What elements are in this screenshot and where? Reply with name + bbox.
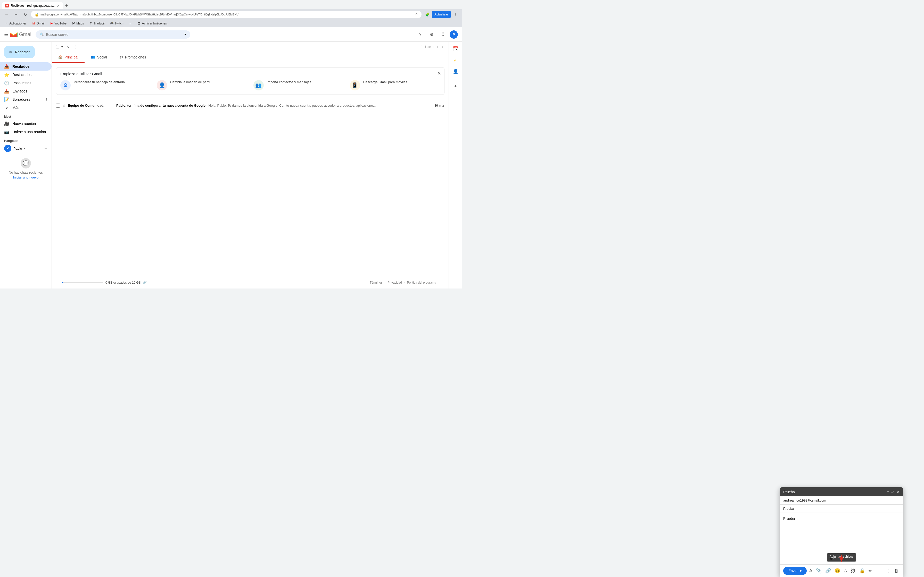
sidebar-label: Pospuestos <box>12 81 31 85</box>
bookmark-label: Gmail <box>36 22 44 25</box>
bookmark-label: Traducir <box>94 22 105 25</box>
privacy-link[interactable]: Privacidad <box>388 281 402 284</box>
toolbar: ▾ ↻ ⋮ 1–1 de 1 ‹ › <box>52 42 449 52</box>
sidebar-item-mas[interactable]: ∨ Más <box>0 103 52 112</box>
sidebar-item-destacados[interactable]: ⭐ Destacados <box>0 71 52 79</box>
sidebar-item-recibidos[interactable]: 📥 Recibidos <box>0 62 52 71</box>
hamburger-menu[interactable]: ☰ <box>4 32 8 37</box>
next-page-button[interactable]: › <box>441 44 444 50</box>
bookmark-label: YouTube <box>54 22 66 25</box>
storage-text: 0 GB ocupados de 15 GB <box>105 281 141 284</box>
promo-tab-icon: 🏷 <box>120 55 123 59</box>
sidebar-item-nueva-reunion[interactable]: 🎥 Nueva reunión <box>0 119 52 128</box>
search-options-icon[interactable]: ▾ <box>184 32 186 36</box>
compose-button[interactable]: ✏ Redactar <box>4 46 35 58</box>
extension-icon[interactable]: 🧩 <box>423 11 431 18</box>
pagination-text: 1–1 de 1 <box>421 45 434 49</box>
bookmark-twitch[interactable]: 🎮 Twitch <box>108 21 126 26</box>
apps-grid-icon[interactable]: ⠿ <box>438 30 447 39</box>
snooze-icon: 🕐 <box>4 81 9 85</box>
email-date: 30 mar <box>435 104 444 107</box>
sent-icon: 📤 <box>4 89 9 94</box>
star-icon[interactable]: ☆ <box>415 13 418 16</box>
forward-button[interactable]: → <box>12 11 19 18</box>
tab-favicon: M <box>5 4 9 8</box>
sidebar-label: Más <box>12 106 19 110</box>
email-list: ☆ Equipo de Comunidad. Pablo, termina de… <box>52 99 449 277</box>
social-tab-icon: 👥 <box>91 55 95 59</box>
sidebar-item-unirse-reunion[interactable]: 📷 Unirse a una reunión <box>0 128 52 136</box>
more-options-button[interactable]: ⋮ <box>72 44 78 50</box>
sidebar-label: Destacados <box>12 73 31 77</box>
address-bar[interactable]: 🔒 mail.google.com/mail/u/0/?tab=rm&ogbl#… <box>31 11 422 18</box>
terms-link[interactable]: Términos <box>370 281 383 284</box>
url-text: mail.google.com/mail/u/0/?tab=rm&ogbl#in… <box>40 13 414 16</box>
email-checkbox[interactable] <box>56 103 60 108</box>
svg-rect-0 <box>10 33 10 37</box>
bookmark-achicar[interactable]: 🖼 Achicar Imágenes... <box>135 21 171 26</box>
sidebar-item-pospuestos[interactable]: 🕐 Pospuestos <box>0 79 52 87</box>
video-icon: 🎥 <box>4 121 9 126</box>
lock-icon: 🔒 <box>34 12 39 16</box>
sidebar-item-enviados[interactable]: 📤 Enviados <box>0 87 52 95</box>
draft-icon: 📝 <box>4 97 9 102</box>
search-input[interactable] <box>46 32 182 37</box>
search-bar[interactable]: 🔍 ▾ <box>36 31 190 39</box>
sidebar-item-borradores[interactable]: 📝 Borradores 3 <box>0 95 52 103</box>
storage-bar <box>62 282 103 283</box>
tab-social[interactable]: 👥 Social <box>84 52 113 63</box>
help-icon[interactable]: ? <box>415 30 425 39</box>
bookmark-maps[interactable]: 🗺 Maps <box>69 21 86 26</box>
compose-label: Redactar <box>15 50 30 54</box>
menu-button[interactable]: ⋮ <box>452 11 459 18</box>
hangouts-empty-state: 💬 No hay chats recientes Iniciar uno nue… <box>0 153 52 184</box>
tasks-icon[interactable]: ✓ <box>451 55 461 65</box>
storage-info: 0 GB ocupados de 15 GB 🔗 <box>58 279 151 287</box>
tab-close-button[interactable]: ✕ <box>57 3 60 8</box>
contacts-icon[interactable]: 👤 <box>451 66 461 77</box>
chat-bubble-icon: 💬 <box>21 158 31 168</box>
bookmark-traducir[interactable]: T Traducir <box>87 21 107 26</box>
new-tab-button[interactable]: + <box>63 2 70 9</box>
sidebar-label: Nueva reunión <box>12 122 36 126</box>
nav-bar: ← → ↻ 🔒 mail.google.com/mail/u/0/?tab=rm… <box>0 9 462 19</box>
storage-fill <box>62 282 63 283</box>
settings-icon[interactable]: ⚙ <box>427 30 436 39</box>
star-button[interactable]: ☆ <box>62 103 66 108</box>
footer-links: Términos · Privacidad · Política del pro… <box>363 279 443 287</box>
active-tab[interactable]: M Recibidos - rodriguezgadeapa... ✕ <box>2 2 63 9</box>
getting-started-items: ⚙ Personaliza tu bandeja de entrada 👤 Ca… <box>60 80 440 90</box>
start-new-chat-link[interactable]: Iniciar uno nuevo <box>13 176 39 179</box>
bookmark-gmail[interactable]: M Gmail <box>30 21 47 26</box>
tab-promociones[interactable]: 🏷 Promociones <box>113 52 152 63</box>
reload-button[interactable]: ↻ <box>22 11 29 18</box>
refresh-button[interactable]: ↻ <box>66 44 71 50</box>
close-getting-started-button[interactable]: ✕ <box>437 71 441 76</box>
program-policy-link[interactable]: Política del programa <box>407 281 436 284</box>
add-addon-icon[interactable]: + <box>451 81 461 92</box>
update-button[interactable]: Actualizar <box>432 11 451 18</box>
select-all-checkbox[interactable] <box>56 45 59 48</box>
hangouts-user[interactable]: P Pablo ▾ + <box>0 144 52 153</box>
hangouts-section-header: Hangouts <box>0 136 52 144</box>
bookmark-youtube[interactable]: ▶ YouTube <box>48 21 69 26</box>
back-button[interactable]: ← <box>3 11 10 18</box>
prev-page-button[interactable]: ‹ <box>436 44 439 50</box>
gmail-text: Gmail <box>19 31 32 37</box>
translate-icon: T <box>89 22 92 25</box>
gmail-app: ☰ Gmail 🔍 ▾ ? ⚙ ⠿ P ✏ Re <box>0 27 462 288</box>
gs-item-personalize: ⚙ Personaliza tu bandeja de entrada <box>60 80 150 90</box>
star-icon: ⭐ <box>4 73 9 77</box>
select-dropdown-button[interactable]: ▾ <box>60 44 65 50</box>
add-hangout-button[interactable]: + <box>44 145 47 152</box>
sidebar: ✏ Redactar 📥 Recibidos ⭐ Destacados 🕐 Po… <box>0 42 52 288</box>
storage-link-icon[interactable]: 🔗 <box>143 281 147 284</box>
tab-principal[interactable]: 🏠 Principal <box>52 52 84 63</box>
bookmark-n[interactable]: n <box>127 21 134 26</box>
nav-actions: 🧩 Actualizar ⋮ <box>423 11 459 18</box>
bookmark-aplicaciones[interactable]: ⠿ Aplicaciones <box>3 21 29 26</box>
avatar[interactable]: P <box>450 31 458 39</box>
calendar-icon[interactable]: 📅 <box>451 44 461 54</box>
main-content: ▾ ↻ ⋮ 1–1 de 1 ‹ › 🏠 Principal 👥 <box>52 42 449 288</box>
email-row[interactable]: ☆ Equipo de Comunidad. Pablo, termina de… <box>52 99 449 112</box>
